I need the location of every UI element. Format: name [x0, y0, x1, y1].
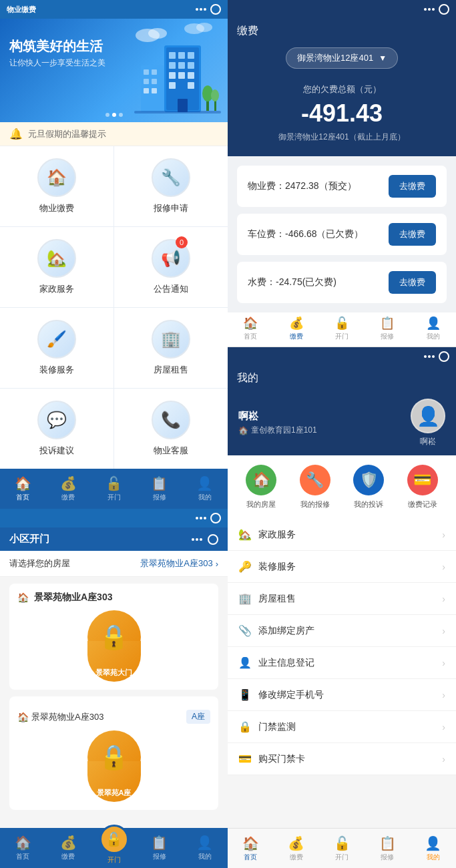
- menu-item-decoration[interactable]: 🖌️ 装修服务: [0, 308, 113, 388]
- door-content: 🏠 景翠苑物业A座303 🔒 景翠苑大门 🏠 景翠苑物: [0, 577, 228, 828]
- my-menu-decoration[interactable]: 🔑 装修服务 ›: [228, 551, 456, 583]
- door-nav-door[interactable]: 🔓 开门: [91, 831, 136, 865]
- my-bnav-door[interactable]: 🔓 开门: [319, 835, 365, 862]
- payment-tab-my[interactable]: 👤 我的: [411, 316, 456, 347]
- fee-pay-btn-parking[interactable]: 去缴费: [389, 223, 436, 246]
- notice-icon: 📢: [161, 249, 181, 268]
- my-menu-change-phone[interactable]: 📱 修改绑定手机号 ›: [228, 679, 456, 711]
- qa-my-complaint-circle: 🛡️: [353, 465, 384, 495]
- door-circle-btn[interactable]: [210, 513, 221, 523]
- my-menu-housekeeping-left: 🏡 家政服务: [238, 528, 296, 541]
- nav-door-label: 开门: [107, 493, 121, 502]
- menu-item-housekeeping[interactable]: 🏡 家政服务: [0, 227, 113, 307]
- my-menu-door-monitor[interactable]: 🔒 门禁监测 ›: [228, 711, 456, 743]
- decoration-list-icon: 🔑: [238, 560, 252, 573]
- my-menu-add-property[interactable]: 📎 添加绑定房产 ›: [228, 615, 456, 647]
- my-bnav-my[interactable]: 👤 我的: [411, 835, 456, 862]
- menu-item-rental[interactable]: 🏢 房屋租售: [114, 308, 228, 388]
- door-nav-door-circle: 🔓: [99, 825, 129, 854]
- door-lock-2-label: 景翠苑A座: [87, 788, 141, 798]
- my-dot-menu[interactable]: [424, 355, 435, 358]
- svg-rect-7: [178, 52, 185, 59]
- circle-btn[interactable]: [210, 4, 221, 15]
- repair-icon: 🔧: [161, 168, 181, 187]
- payment-tab-payment[interactable]: 💰 缴费: [273, 316, 318, 347]
- fee-pay-btn-water[interactable]: 去缴费: [389, 271, 436, 294]
- property-fee-circle: 🏠: [37, 158, 76, 197]
- notification-bar[interactable]: 🔔 元旦假期的温馨提示: [0, 122, 228, 146]
- my-menu-rental-left: 🏢 房屋租售: [238, 592, 296, 605]
- menu-item-property-fee[interactable]: 🏠 物业缴费: [0, 146, 113, 226]
- fee-pay-btn-property[interactable]: 去缴费: [389, 175, 436, 198]
- my-menu-owner-info[interactable]: 👤 业主信息登记 ›: [228, 647, 456, 679]
- dot-menu[interactable]: [196, 8, 206, 11]
- banner-text: 构筑美好的生活 让你快人一步享受生活之美: [9, 37, 105, 69]
- svg-rect-24: [152, 88, 157, 93]
- banner-dot-3[interactable]: [119, 113, 123, 117]
- payment-tab-repair-icon: 📋: [380, 316, 395, 331]
- nav-my[interactable]: 👤 我的: [182, 475, 228, 502]
- door-dot-menu[interactable]: [196, 517, 206, 519]
- qa-my-house[interactable]: 🏠 我的房屋: [246, 465, 276, 509]
- menu-item-service[interactable]: 📞 物业客服: [114, 389, 228, 469]
- my-menu-buy-card[interactable]: 💳 购买门禁卡 ›: [228, 743, 456, 775]
- menu-item-repair[interactable]: 🔧 报修申请: [114, 146, 228, 226]
- service-circle: 📞: [152, 401, 190, 439]
- fee-label-parking: 车位费：-466.68（已欠费）: [248, 228, 363, 240]
- door-select-value[interactable]: 景翠苑物业A座303 ›: [140, 558, 218, 570]
- door-nav-door-icon: 🔓: [105, 831, 122, 847]
- payment-circle-btn[interactable]: [439, 4, 449, 15]
- debt-amount: -491.43: [237, 99, 447, 128]
- door-title-dots[interactable]: [192, 538, 202, 541]
- door-nav-payment[interactable]: 💰 缴费: [45, 835, 91, 861]
- door-nav-payment-label: 缴费: [61, 852, 75, 861]
- qa-payment-history[interactable]: 💳 缴费记录: [407, 465, 438, 509]
- payment-dot-menu[interactable]: [424, 8, 435, 11]
- nav-payment[interactable]: 💰 缴费: [45, 475, 91, 502]
- svg-rect-15: [169, 82, 176, 89]
- payment-tab-door[interactable]: 🔓 开门: [319, 316, 365, 347]
- payment-tab-repair[interactable]: 📋 报修: [365, 316, 410, 347]
- door-select-bar[interactable]: 请选择您的房屋 景翠苑物业A座303 ›: [0, 551, 228, 577]
- my-bnav-home[interactable]: 🏠 首页: [228, 835, 273, 862]
- my-circle-btn[interactable]: [439, 351, 449, 362]
- my-bnav-repair[interactable]: 📋 报修: [365, 835, 410, 862]
- notice-label: 公告通知: [154, 283, 188, 295]
- property-selector-btn[interactable]: 御景湾物业12座401 ▼: [286, 47, 398, 69]
- door-statusbar: [0, 509, 228, 527]
- menu-item-complaint[interactable]: 💬 投诉建议: [0, 389, 113, 469]
- my-menu-change-phone-left: 📱 修改绑定手机号: [238, 688, 324, 701]
- qa-my-complaint[interactable]: 🛡️ 我的投诉: [353, 465, 384, 509]
- door-room-2: 🏠 景翠苑物业A座303 A座 🔒 景翠苑A座: [9, 696, 218, 810]
- my-menu-rental[interactable]: 🏢 房屋租售 ›: [228, 583, 456, 615]
- qa-my-repair[interactable]: 🔧 我的报修: [300, 465, 330, 509]
- door-monitor-list-label: 门禁监测: [258, 721, 296, 733]
- door-lock-1-icon: 🔒: [99, 623, 129, 651]
- buy-card-list-icon: 💳: [238, 752, 252, 765]
- nav-door-icon: 🔓: [105, 475, 122, 491]
- door-title-circle[interactable]: [208, 534, 218, 545]
- door-nav-my[interactable]: 👤 我的: [182, 835, 228, 861]
- banner-dot-2[interactable]: [112, 113, 116, 117]
- door-nav-home[interactable]: 🏠 首页: [0, 835, 45, 861]
- my-menu-door-monitor-left: 🔒 门禁监测: [238, 720, 296, 733]
- housekeeping-list-label: 家政服务: [258, 529, 296, 541]
- door-nav-repair[interactable]: 📋 报修: [137, 835, 182, 861]
- right-panel: 缴费 御景湾物业12座401 ▼ 您的欠费总额（元） -491.43 御景湾物业…: [228, 0, 456, 868]
- payment-tab-home[interactable]: 🏠 首页: [228, 316, 273, 347]
- door-lock-2-icon: 🔒: [99, 743, 129, 771]
- nav-home[interactable]: 🏠 首页: [0, 475, 45, 502]
- quick-actions: 🏠 我的房屋 🔧 我的报修 🛡️ 我的投诉 💳 缴费记录: [228, 455, 456, 519]
- my-bnav-payment[interactable]: 💰 缴费: [273, 835, 318, 862]
- menu-item-notice[interactable]: 📢 0 公告通知: [114, 227, 228, 307]
- my-menu-housekeeping[interactable]: 🏡 家政服务 ›: [228, 519, 456, 551]
- my-menu-add-property-left: 📎 添加绑定房产: [238, 624, 314, 637]
- banner-dot-1[interactable]: [105, 113, 109, 117]
- door-room-1: 🏠 景翠苑物业A座303 🔒 景翠苑大门: [9, 584, 218, 690]
- nav-repair[interactable]: 📋 报修: [137, 475, 182, 502]
- svg-rect-23: [144, 88, 149, 93]
- svg-rect-19: [144, 69, 149, 75]
- door-title-bar: 小区开门: [0, 527, 228, 551]
- nav-door[interactable]: 🔓 开门: [91, 475, 136, 502]
- avatar: 👤: [411, 399, 445, 433]
